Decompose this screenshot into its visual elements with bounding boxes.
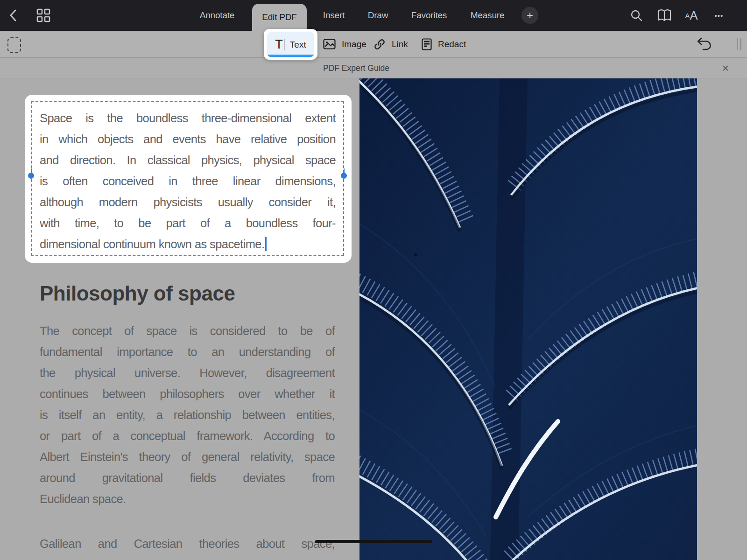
tool-image[interactable]: Image [323, 31, 366, 57]
text-caret [265, 237, 267, 251]
tab-measure[interactable]: Measure [469, 0, 506, 31]
textbox-resize-handle-left[interactable] [28, 173, 34, 179]
tab-favorites[interactable]: Favorites [409, 0, 449, 31]
book-icon [657, 9, 672, 22]
text-edit-box[interactable]: Space is the boundless three-dimensional… [31, 101, 344, 256]
paragraph[interactable]: Galilean and Cartesian theories about sp… [40, 533, 335, 560]
more-button[interactable]: ••• [709, 7, 729, 23]
redact-tool-label: Redact [438, 39, 466, 49]
textbox-line: with time, to be part of a boundless fou… [40, 213, 336, 234]
link-tool-label: Link [392, 39, 408, 49]
undo-icon [697, 37, 712, 51]
image-icon [323, 39, 336, 49]
textbox-line: in which objects and events have relativ… [40, 129, 336, 150]
paragraph-line: continues between philosophers over whet… [40, 384, 335, 405]
tab-insert[interactable]: Insert [320, 0, 348, 31]
textbox-line: although modern physicists usually consi… [40, 192, 336, 213]
section-heading[interactable]: Philosophy of space [40, 282, 235, 305]
close-icon: ✕ [722, 63, 729, 74]
document-tab-bar: PDF Expert Guide ✕ [0, 57, 747, 78]
textbox-last-line: dimensional continuum known as spacetime… [40, 234, 336, 255]
outline-button[interactable] [655, 7, 673, 23]
close-document-button[interactable]: ✕ [715, 58, 736, 78]
paragraph-line: around gravitational fields deviates fro… [40, 468, 335, 489]
paragraph-line: fundamental importance to an understandi… [40, 342, 335, 363]
top-toolbar: Annotate Edit PDF Insert Draw Favorites … [0, 0, 747, 31]
textbox-resize-handle-right[interactable] [341, 173, 347, 179]
search-button[interactable] [628, 7, 644, 23]
text-tool-label: Text [290, 40, 306, 50]
tab-draw[interactable]: Draw [365, 0, 391, 31]
paragraph-line: Galilean and Cartesian theories about sp… [40, 533, 335, 554]
paragraph[interactable]: The concept of space is considered to be… [40, 321, 335, 510]
text-tool-icon: T [275, 38, 285, 51]
tool-link[interactable]: Link [374, 31, 408, 57]
paragraph-line: is itself an entity, a relationship betw… [40, 405, 335, 426]
paragraph-line: Euclidean space. [40, 489, 335, 510]
grid-icon [36, 8, 50, 22]
document-title: PDF Expert Guide [0, 58, 712, 78]
balcony-photo-graphic [359, 78, 697, 560]
image-tool-label: Image [342, 39, 366, 49]
paragraph-line: the physical universe. However, disagree… [40, 363, 335, 384]
ellipsis-icon: ••• [715, 12, 724, 20]
page-photo[interactable] [359, 78, 697, 560]
selection-marquee-tool[interactable] [7, 37, 21, 53]
home-indicator[interactable] [315, 540, 432, 543]
textbox-line: and direction. In classical physics, phy… [40, 150, 336, 171]
pdf-page: Space is the boundless three-dimensional… [0, 78, 747, 560]
tab-edit-pdf[interactable]: Edit PDF [252, 4, 307, 31]
text-settings-large-a: A [690, 8, 698, 23]
active-tool-underline [267, 55, 314, 57]
add-tab-button[interactable]: + [521, 7, 538, 24]
link-icon [374, 38, 386, 50]
thumbnails-button[interactable] [35, 8, 51, 23]
paragraph-line: or part of a conceptual framework. Accor… [40, 426, 335, 447]
search-icon [630, 9, 643, 22]
textbox-line: is often conceived in three linear dimen… [40, 171, 336, 192]
back-button[interactable] [7, 8, 20, 22]
paragraph-line: matter, and motion are at the foundation… [40, 554, 335, 560]
tab-annotate[interactable]: Annotate [194, 0, 240, 31]
text-settings-button[interactable]: AA [682, 7, 701, 23]
tool-text-selected[interactable]: T Text [264, 29, 317, 60]
app-window: Annotate Edit PDF Insert Draw Favorites … [0, 0, 747, 560]
text-settings-small-a: A [685, 12, 690, 20]
chevron-left-icon [9, 9, 17, 22]
undo-button[interactable] [697, 37, 712, 51]
tool-redact[interactable]: Redact [422, 31, 466, 57]
toolbar-collapse-handle[interactable] [737, 38, 742, 50]
paragraph-line: The concept of space is considered to be… [40, 321, 335, 342]
paragraph-line: Albert Einstein's theory of general rela… [40, 447, 335, 468]
textbox-line: Space is the boundless three-dimensional… [40, 108, 336, 129]
redact-icon [422, 38, 432, 50]
